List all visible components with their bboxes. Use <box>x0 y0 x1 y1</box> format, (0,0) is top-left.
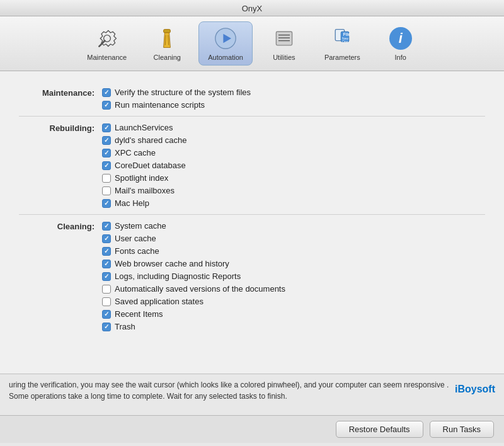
footer-message: uring the verification, you may see the … <box>9 380 449 401</box>
check-label-1-0: LaunchServices <box>115 123 173 132</box>
utilities-icon <box>272 26 297 51</box>
checkbox-2-5[interactable] <box>102 285 111 294</box>
svg-text:One: One <box>342 40 348 43</box>
checkbox-2-1[interactable] <box>102 234 111 243</box>
automation-icon <box>213 26 238 51</box>
utilities-label: Utilities <box>273 54 295 61</box>
checkbox-1-4[interactable] <box>102 174 111 183</box>
svg-text:New: New <box>342 37 348 40</box>
checkbox-0-0[interactable] <box>102 88 111 97</box>
section-cleaning: Cleaning: System cache User cache Fonts … <box>19 215 485 338</box>
check-item: User cache <box>102 234 285 243</box>
toolbar-item-info[interactable]: i Info <box>375 22 426 65</box>
check-label-2-0: System cache <box>115 221 166 231</box>
check-item: Verify the structure of the system files <box>102 88 251 97</box>
cleaning-label: Cleaning <box>154 54 181 61</box>
maintenance-label: Maintenance <box>87 54 127 61</box>
parameters-label: Parameters <box>324 54 360 61</box>
check-item: Recent Items <box>102 309 285 319</box>
automation-label: Automation <box>208 54 243 61</box>
checkbox-1-0[interactable] <box>102 123 111 132</box>
checkbox-1-2[interactable] <box>102 149 111 157</box>
checkbox-1-5[interactable] <box>102 186 111 195</box>
check-label-2-5: Automatically saved versions of the docu… <box>115 284 285 294</box>
checkbox-1-3[interactable] <box>102 161 111 170</box>
check-item: Run maintenance scripts <box>102 100 251 110</box>
check-item: Logs, including Diagnostic Reports <box>102 272 285 281</box>
title-bar: OnyX <box>0 0 504 16</box>
section-rebuilding-items: LaunchServices dyld's shared cache XPC c… <box>102 123 187 208</box>
maintenance-icon <box>94 26 120 51</box>
checkbox-1-1[interactable] <box>102 136 111 145</box>
checkbox-1-6[interactable] <box>102 199 111 208</box>
section-maintenance-items: Verify the structure of the system files… <box>102 88 251 110</box>
info-icon: i <box>388 26 413 51</box>
check-item: Mail's mailboxes <box>102 186 187 195</box>
check-item: CoreDuet database <box>102 161 187 170</box>
footer-text: iBoysoft uring the verification, you may… <box>0 374 504 415</box>
check-item: Web browser cache and history <box>102 259 285 268</box>
check-label-1-3: CoreDuet database <box>115 161 186 170</box>
checkbox-2-4[interactable] <box>102 272 111 281</box>
check-item: Mac Help <box>102 198 187 208</box>
toolbar-item-maintenance[interactable]: Maintenance <box>78 22 135 65</box>
check-label-1-4: Spotlight index <box>115 173 168 183</box>
content-area: Maintenance: Verify the structure of the… <box>0 71 504 374</box>
restore-defaults-button[interactable]: Restore Defaults <box>336 421 423 438</box>
checkbox-0-1[interactable] <box>102 101 111 110</box>
check-label-1-1: dyld's shared cache <box>115 135 187 145</box>
toolbar-item-utilities[interactable]: Utilities <box>259 22 309 65</box>
section-cleaning-label: Cleaning: <box>19 221 94 331</box>
svg-rect-2 <box>164 30 171 33</box>
svg-text:File: File <box>343 32 350 37</box>
check-item: Saved application states <box>102 297 285 306</box>
toolbar: Maintenance Cleaning Automation <box>0 16 504 71</box>
section-rebuilding-label: Rebuilding: <box>19 123 94 208</box>
checkbox-2-7[interactable] <box>102 310 111 319</box>
section-cleaning-items: System cache User cache Fonts cache Web … <box>102 221 285 331</box>
check-item: Spotlight index <box>102 173 187 183</box>
app-title: OnyX <box>242 4 263 13</box>
bottom-bar: Restore Defaults Run Tasks <box>0 415 504 443</box>
check-label-2-6: Saved application states <box>115 297 203 306</box>
toolbar-item-parameters[interactable]: File New One Parameters <box>316 22 369 65</box>
check-label-2-4: Logs, including Diagnostic Reports <box>115 272 241 281</box>
checkbox-2-2[interactable] <box>102 247 111 256</box>
svg-rect-7 <box>276 31 292 45</box>
check-item: LaunchServices <box>102 123 187 132</box>
cleaning-icon <box>154 26 180 51</box>
toolbar-item-automation[interactable]: Automation <box>198 21 253 66</box>
check-item: dyld's shared cache <box>102 135 187 145</box>
run-tasks-button[interactable]: Run Tasks <box>430 421 494 438</box>
check-label-1-6: Mac Help <box>115 198 149 208</box>
check-item: Automatically saved versions of the docu… <box>102 284 285 294</box>
check-item: Fonts cache <box>102 246 285 256</box>
section-maintenance-label: Maintenance: <box>19 88 94 110</box>
section-rebuilding: Rebuilding: LaunchServices dyld's shared… <box>19 117 485 215</box>
checkbox-2-6[interactable] <box>102 297 111 306</box>
toolbar-item-cleaning[interactable]: Cleaning <box>142 22 192 65</box>
info-label: Info <box>395 54 406 61</box>
check-label-2-8: Trash <box>115 322 135 331</box>
check-item: System cache <box>102 221 285 231</box>
check-label-0-1: Run maintenance scripts <box>115 100 205 110</box>
parameters-icon: File New One <box>329 26 355 51</box>
checkbox-2-0[interactable] <box>102 222 111 231</box>
section-maintenance: Maintenance: Verify the structure of the… <box>19 81 485 117</box>
checkbox-2-8[interactable] <box>102 323 111 331</box>
check-item: Trash <box>102 322 285 331</box>
check-label-2-1: User cache <box>115 234 156 243</box>
brand-label: iBoysoft <box>455 382 495 397</box>
checkbox-2-3[interactable] <box>102 260 111 268</box>
check-label-1-2: XPC cache <box>115 148 156 157</box>
check-label-1-5: Mail's mailboxes <box>115 186 175 195</box>
check-label-2-3: Web browser cache and history <box>115 259 229 268</box>
check-label-2-7: Recent Items <box>115 309 163 319</box>
check-item: XPC cache <box>102 148 187 157</box>
check-label-0-0: Verify the structure of the system files <box>115 88 251 97</box>
check-label-2-2: Fonts cache <box>115 246 159 256</box>
